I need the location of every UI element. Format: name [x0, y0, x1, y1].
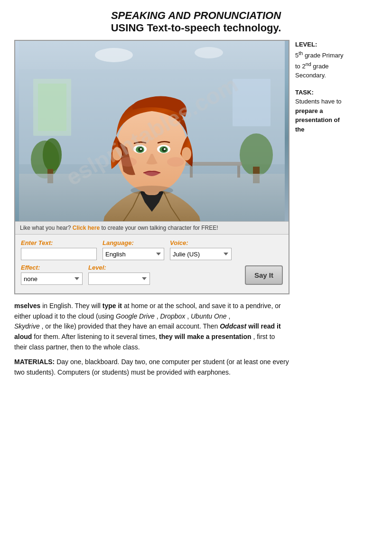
left-panel: eslprintables.com Like what you hear? Cl…	[14, 40, 289, 383]
click-here-prefix: Like what you hear?	[20, 225, 71, 231]
svg-point-19	[112, 147, 122, 160]
p1-google-drive: Google Drive	[116, 312, 155, 320]
svg-rect-13	[185, 162, 242, 166]
level-select[interactable]	[88, 273, 150, 285]
p1-text3: , or the like) provided that they have a…	[42, 322, 220, 330]
page-header: SPEAKING AND PRONUNCIATION USING Text-to…	[14, 9, 378, 34]
level-block: LEVEL: 5th grade Primary to 2nd grade Se…	[295, 40, 346, 80]
enter-text-group: Enter Text:	[21, 239, 97, 260]
svg-rect-14	[190, 166, 193, 178]
voice-label: Voice:	[170, 239, 232, 246]
p1-type-it: type it	[103, 302, 122, 310]
controls-row2: Effect: none Level: Say It	[21, 264, 283, 285]
effect-label: Effect:	[21, 264, 83, 271]
svg-point-30	[167, 157, 184, 167]
character-svg	[15, 41, 289, 221]
task-label: TASK:	[295, 89, 314, 96]
body-text: mselves in English. They will type it at…	[14, 301, 289, 378]
voice-select[interactable]: Julie (US)	[170, 248, 232, 260]
svg-rect-9	[233, 79, 271, 126]
level-label-ctrl: Level:	[88, 264, 150, 271]
p1-dropbox: Dropbox	[160, 312, 185, 320]
say-it-button[interactable]: Say It	[245, 265, 283, 285]
svg-point-31	[131, 186, 173, 195]
p1-text5: for them. After listening to it several …	[34, 333, 159, 340]
level-group: Level:	[88, 264, 150, 285]
language-group: Language: English	[103, 239, 164, 260]
p1-mselves: mselves	[14, 302, 40, 310]
language-select[interactable]: English	[103, 248, 164, 260]
widget-box: eslprintables.com Like what you hear? Cl…	[14, 40, 289, 294]
title-main: USING Text-to-speech technology.	[14, 22, 378, 34]
p1-comma3: ,	[228, 312, 230, 320]
p1-text1: in English. They will	[42, 302, 103, 310]
p1-skydrive: Skydrive	[14, 322, 40, 330]
svg-rect-15	[237, 166, 240, 178]
p1-comma2: ,	[187, 312, 191, 320]
paragraph2: MATERIALS: Day one, blackboard. Day two,…	[14, 357, 289, 377]
right-sidebar: LEVEL: 5th grade Primary to 2nd grade Se…	[289, 40, 346, 383]
effect-select[interactable]: none	[21, 273, 83, 285]
task-text: Students have to prepare a presentation …	[295, 98, 342, 133]
svg-point-20	[182, 147, 191, 160]
p1-ubuntu: Ubuntu One	[191, 312, 227, 320]
svg-point-29	[120, 157, 137, 167]
avatar-image: eslprintables.com	[15, 41, 289, 221]
svg-point-7	[43, 138, 62, 171]
enter-text-input[interactable]	[21, 248, 97, 260]
click-here-bar: Like what you hear? Click here to create…	[15, 221, 289, 234]
paragraph1: mselves in English. They will type it at…	[14, 301, 289, 352]
svg-point-28	[164, 148, 166, 150]
p2-text: Day one, blackboard. Day two, one comput…	[14, 358, 289, 376]
p1-make-pres: they will make a presentation	[159, 333, 252, 340]
enter-text-label: Enter Text:	[21, 239, 97, 246]
level-label: LEVEL:	[295, 41, 317, 48]
p1-oddcast: Oddcast	[220, 322, 246, 330]
svg-point-1	[95, 48, 133, 62]
click-here-link[interactable]: Click here	[73, 225, 100, 231]
content-row: eslprintables.com Like what you hear? Cl…	[14, 40, 378, 383]
svg-rect-5	[38, 84, 66, 131]
p2-materials: MATERIALS:	[14, 358, 55, 366]
svg-point-2	[195, 47, 223, 58]
level-grade-start: 5th grade Primary to 2nd grade Secondary…	[295, 52, 344, 79]
controls-area: Enter Text: Language: English Voice: Jul…	[15, 234, 289, 293]
controls-row1: Enter Text: Language: English Voice: Jul…	[21, 239, 283, 260]
task-block: TASK: Students have to prepare a present…	[295, 88, 346, 134]
language-label: Language:	[103, 239, 164, 246]
voice-group: Voice: Julie (US)	[170, 239, 232, 260]
title-italic: SPEAKING AND PRONUNCIATION	[14, 9, 378, 22]
svg-point-27	[140, 148, 142, 150]
click-here-suffix: to create your own talking character for…	[101, 225, 218, 231]
effect-group: Effect: none	[21, 264, 83, 285]
